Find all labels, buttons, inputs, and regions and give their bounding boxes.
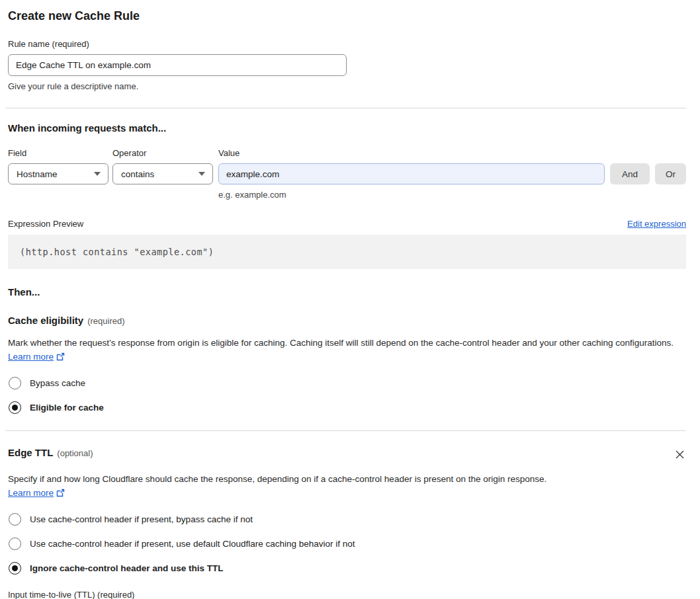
rule-name-input[interactable] (8, 54, 347, 76)
value-label: Value (218, 148, 240, 158)
radio-unchecked-icon[interactable] (9, 513, 21, 526)
field-label: Field (8, 148, 112, 158)
operator-select-value: contains (121, 169, 154, 179)
radio-unchecked-icon[interactable] (9, 377, 21, 389)
edge-ttl-header: Edge TTL(optional) (8, 447, 686, 468)
bypass-cache-option[interactable]: Bypass cache (8, 377, 686, 389)
divider (5, 430, 686, 431)
divider (5, 108, 686, 108)
radio-checked-icon[interactable] (9, 401, 21, 414)
edit-expression-link[interactable]: Edit expression (627, 219, 686, 229)
expression-preview-label: Expression Preview (8, 219, 83, 229)
cache-eligibility-qualifier: (required) (87, 316, 124, 326)
edge-ttl-qualifier: (optional) (57, 448, 93, 458)
rule-name-help: Give your rule a descriptive name. (8, 81, 686, 91)
ttl-option-ignore[interactable]: Ignore cache-control header and use this… (8, 562, 686, 575)
field-select-value: Hostname (17, 169, 58, 179)
ttl-option-bypass[interactable]: Use cache-control header if present, byp… (8, 513, 686, 526)
radio-checked-icon[interactable] (9, 562, 21, 575)
rule-name-label: Rule name (required) (8, 39, 686, 49)
close-icon[interactable] (674, 448, 686, 461)
external-link-icon (56, 489, 65, 497)
value-help: e.g. example.com (218, 190, 686, 200)
cache-eligibility-heading: Cache eligibility(required) (8, 315, 686, 326)
and-button[interactable]: And (610, 163, 650, 184)
expression-preview-row: Expression Preview Edit expression (8, 219, 686, 229)
page-title: Create new Cache Rule (8, 9, 686, 23)
external-link-icon (56, 352, 65, 361)
create-cache-rule-form: Create new Cache Rule Rule name (require… (0, 0, 700, 599)
radio-unchecked-icon[interactable] (9, 538, 21, 550)
expression-code: (http.host contains "example.com") (8, 235, 686, 269)
match-section-heading: When incoming requests match... (8, 122, 686, 134)
operator-label: Operator (112, 148, 218, 158)
chevron-down-icon (198, 172, 205, 176)
eligible-for-cache-option[interactable]: Eligible for cache (8, 401, 686, 414)
match-condition-row: Hostname contains And Or (8, 163, 686, 184)
field-select[interactable]: Hostname (8, 163, 109, 184)
edge-ttl-description: Specify if and how long Cloudflare shoul… (8, 472, 558, 500)
learn-more-link[interactable]: Learn more (8, 352, 54, 362)
ttl-option-default[interactable]: Use cache-control header if present, use… (8, 538, 686, 550)
learn-more-link[interactable]: Learn more (8, 488, 54, 498)
ttl-input-label: Input time-to-live (TTL) (required) (8, 590, 686, 599)
or-button[interactable]: Or (655, 163, 686, 184)
chevron-down-icon (94, 172, 101, 176)
value-input[interactable] (218, 163, 605, 184)
edge-ttl-heading: Edge TTL(optional) (8, 447, 93, 458)
cache-eligibility-description: Mark whether the request’s response from… (8, 336, 676, 364)
then-heading: Then... (8, 286, 686, 298)
operator-select[interactable]: contains (112, 163, 213, 184)
match-column-labels: Field Operator Value (8, 148, 686, 158)
